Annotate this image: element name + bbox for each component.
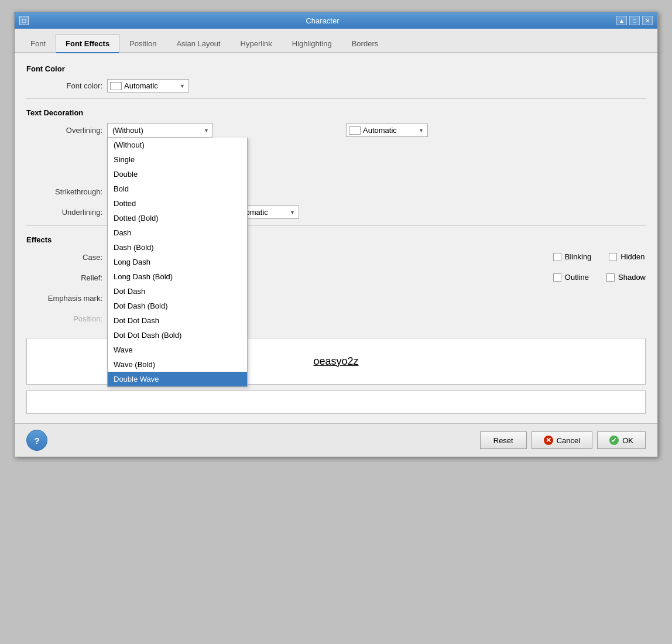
- effects-left: Case: Relief:: [26, 250, 541, 332]
- list-item-single[interactable]: Single: [108, 152, 247, 167]
- font-color-swatch: [110, 82, 122, 90]
- restore-button[interactable]: □: [629, 16, 640, 25]
- list-item-double-wave[interactable]: Double Wave: [108, 372, 247, 386]
- text-decoration-title: Text Decoration: [26, 108, 646, 117]
- checkbox-row-2: Outline Shadow: [553, 273, 646, 282]
- shadow-label: Shadow: [618, 273, 646, 282]
- underlining-label: Underlining:: [26, 208, 102, 217]
- bottom-bar: ? Reset ✕ Cancel ✓ OK: [15, 423, 657, 457]
- preview-bottom-box: [26, 390, 646, 414]
- overlining-select[interactable]: (Without): [107, 123, 212, 138]
- minimize-button[interactable]: ▲: [616, 16, 627, 25]
- list-item-dotted[interactable]: Dotted: [108, 196, 247, 211]
- text-decoration-section: Text Decoration Overlining: (Without) (W…: [26, 98, 646, 220]
- outline-label: Outline: [565, 273, 589, 282]
- close-button[interactable]: ✕: [642, 16, 653, 25]
- list-item-bold[interactable]: Bold: [108, 181, 247, 196]
- content-area: Font Color Font color: Automatic Text De…: [15, 53, 657, 423]
- list-item-dot-dash-bold[interactable]: Dot Dash (Bold): [108, 299, 247, 313]
- position-row: Position:: [26, 311, 541, 326]
- preview-text: oeasyo2z: [313, 355, 358, 368]
- blinking-checkbox-item[interactable]: Blinking: [553, 252, 592, 261]
- ok-icon: ✓: [609, 436, 619, 445]
- overlining-dropdown-wrapper[interactable]: (Without): [107, 123, 212, 138]
- hidden-label: Hidden: [620, 252, 644, 261]
- relief-row: Relief:: [26, 270, 541, 285]
- font-color-row: Font color: Automatic: [26, 79, 646, 93]
- cancel-button[interactable]: ✕ Cancel: [532, 431, 592, 449]
- tab-highlighting[interactable]: Highlighting: [282, 34, 342, 53]
- list-item-dash[interactable]: Dash: [108, 225, 247, 240]
- outline-checkbox[interactable]: [553, 273, 561, 282]
- tab-asian-layout[interactable]: Asian Layout: [166, 34, 230, 53]
- character-dialog: □ Character ▲ □ ✕ Font Font Effects Posi…: [14, 12, 658, 457]
- outline-checkbox-item[interactable]: Outline: [553, 273, 589, 282]
- window-icon: □: [19, 16, 29, 25]
- list-item-dot-dot-dash-bold[interactable]: Dot Dot Dash (Bold): [108, 328, 247, 342]
- hidden-checkbox[interactable]: [609, 253, 617, 261]
- relief-label: Relief:: [26, 273, 102, 282]
- case-label: Case:: [26, 253, 102, 262]
- list-item-without[interactable]: (Without): [108, 138, 247, 152]
- window-title: Character: [29, 16, 616, 25]
- list-item-long-dash[interactable]: Long Dash: [108, 255, 247, 269]
- font-color-dropdown[interactable]: Automatic: [107, 79, 189, 93]
- blinking-checkbox[interactable]: [553, 253, 561, 261]
- title-bar-left: □: [19, 16, 29, 25]
- cancel-icon: ✕: [544, 436, 553, 445]
- font-color-label: Font color:: [26, 81, 102, 90]
- overlining-dropdown-container: (Without) (Without) Single Double Bold D…: [107, 123, 212, 138]
- emphasis-row: Emphasis mark:: [26, 291, 541, 306]
- title-bar: □ Character ▲ □ ✕: [15, 12, 657, 29]
- list-item-dot-dot-dash[interactable]: Dot Dot Dash: [108, 313, 247, 328]
- overlining-color-swatch: [349, 126, 361, 135]
- list-item-dotted-bold[interactable]: Dotted (Bold): [108, 211, 247, 225]
- emphasis-label: Emphasis mark:: [26, 294, 102, 303]
- blinking-label: Blinking: [565, 252, 592, 261]
- position-label: Position:: [26, 314, 102, 323]
- font-color-value: Automatic: [124, 81, 158, 90]
- ok-button[interactable]: ✓ OK: [597, 431, 646, 449]
- tab-hyperlink[interactable]: Hyperlink: [231, 34, 282, 53]
- cancel-label: Cancel: [557, 436, 580, 445]
- list-item-dash-bold[interactable]: Dash (Bold): [108, 240, 247, 255]
- reset-button[interactable]: Reset: [480, 431, 527, 449]
- title-bar-buttons: ▲ □ ✕: [616, 16, 653, 25]
- list-item-dot-dash[interactable]: Dot Dash: [108, 284, 247, 299]
- overlining-row: Overlining: (Without) (Without) Single D…: [26, 123, 646, 138]
- font-color-section-title: Font Color: [26, 64, 646, 73]
- checkboxes-group: Blinking Hidden Outline: [553, 252, 646, 282]
- overlining-dropdown-list[interactable]: (Without) Single Double Bold Dotted Dott…: [107, 138, 248, 387]
- tab-position[interactable]: Position: [119, 34, 166, 53]
- list-item-long-dash-bold[interactable]: Long Dash (Bold): [108, 269, 247, 284]
- tab-font-effects[interactable]: Font Effects: [56, 34, 119, 53]
- ok-label: OK: [622, 436, 633, 445]
- case-row: Case:: [26, 250, 541, 265]
- list-item-double[interactable]: Double: [108, 167, 247, 181]
- help-button[interactable]: ?: [26, 430, 47, 451]
- tab-bar: Font Font Effects Position Asian Layout …: [15, 29, 657, 53]
- list-item-wave-bold[interactable]: Wave (Bold): [108, 357, 247, 372]
- shadow-checkbox[interactable]: [606, 273, 615, 282]
- overlining-label: Overlining:: [26, 126, 102, 135]
- overlining-color-dropdown[interactable]: Automatic: [346, 124, 428, 137]
- hidden-checkbox-item[interactable]: Hidden: [609, 252, 644, 261]
- tab-borders[interactable]: Borders: [342, 34, 389, 53]
- tab-font[interactable]: Font: [20, 34, 56, 53]
- shadow-checkbox-item[interactable]: Shadow: [606, 273, 646, 282]
- checkbox-row-1: Blinking Hidden: [553, 252, 646, 261]
- right-buttons: Reset ✕ Cancel ✓ OK: [480, 431, 646, 449]
- strikethrough-label: Strikethrough:: [26, 187, 102, 196]
- overlining-color-value: Automatic: [363, 126, 397, 135]
- list-item-wave[interactable]: Wave: [108, 342, 247, 357]
